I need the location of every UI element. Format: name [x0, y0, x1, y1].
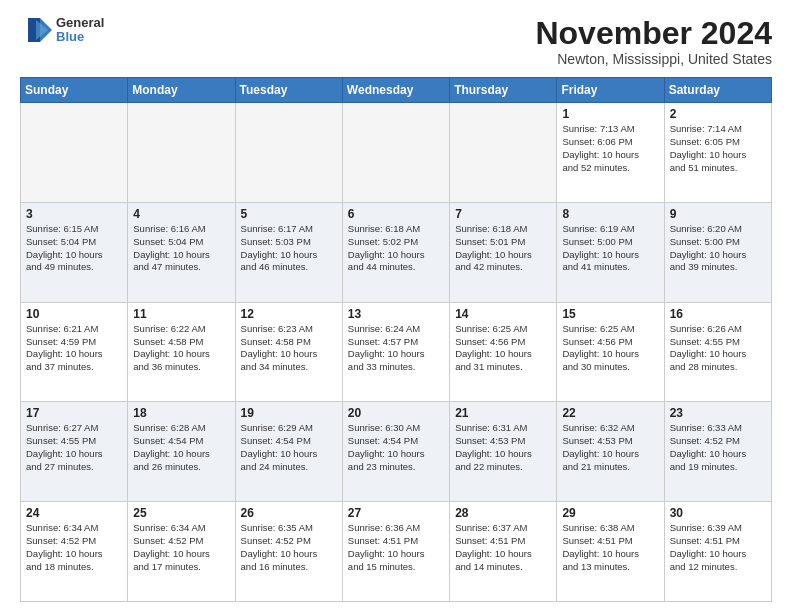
calendar-cell: 24Sunrise: 6:34 AM Sunset: 4:52 PM Dayli… [21, 502, 128, 602]
header: General Blue November 2024 Newton, Missi… [20, 16, 772, 67]
day-number: 8 [562, 207, 658, 221]
day-info: Sunrise: 6:38 AM Sunset: 4:51 PM Dayligh… [562, 522, 658, 573]
day-number: 13 [348, 307, 444, 321]
day-number: 14 [455, 307, 551, 321]
day-number: 15 [562, 307, 658, 321]
calendar-cell: 20Sunrise: 6:30 AM Sunset: 4:54 PM Dayli… [342, 402, 449, 502]
day-info: Sunrise: 6:29 AM Sunset: 4:54 PM Dayligh… [241, 422, 337, 473]
calendar-cell: 23Sunrise: 6:33 AM Sunset: 4:52 PM Dayli… [664, 402, 771, 502]
calendar-cell: 21Sunrise: 6:31 AM Sunset: 4:53 PM Dayli… [450, 402, 557, 502]
calendar-week-row: 10Sunrise: 6:21 AM Sunset: 4:59 PM Dayli… [21, 302, 772, 402]
day-info: Sunrise: 6:27 AM Sunset: 4:55 PM Dayligh… [26, 422, 122, 473]
calendar-cell: 12Sunrise: 6:23 AM Sunset: 4:58 PM Dayli… [235, 302, 342, 402]
calendar-cell: 26Sunrise: 6:35 AM Sunset: 4:52 PM Dayli… [235, 502, 342, 602]
day-number: 29 [562, 506, 658, 520]
day-number: 30 [670, 506, 766, 520]
day-header-saturday: Saturday [664, 78, 771, 103]
calendar-header-row: SundayMondayTuesdayWednesdayThursdayFrid… [21, 78, 772, 103]
day-info: Sunrise: 7:14 AM Sunset: 6:05 PM Dayligh… [670, 123, 766, 174]
calendar-cell: 3Sunrise: 6:15 AM Sunset: 5:04 PM Daylig… [21, 202, 128, 302]
calendar-cell: 4Sunrise: 6:16 AM Sunset: 5:04 PM Daylig… [128, 202, 235, 302]
day-info: Sunrise: 6:39 AM Sunset: 4:51 PM Dayligh… [670, 522, 766, 573]
day-number: 18 [133, 406, 229, 420]
day-number: 28 [455, 506, 551, 520]
day-info: Sunrise: 6:15 AM Sunset: 5:04 PM Dayligh… [26, 223, 122, 274]
calendar-cell-empty [450, 103, 557, 203]
calendar-cell: 25Sunrise: 6:34 AM Sunset: 4:52 PM Dayli… [128, 502, 235, 602]
calendar-cell: 7Sunrise: 6:18 AM Sunset: 5:01 PM Daylig… [450, 202, 557, 302]
calendar-cell: 1Sunrise: 7:13 AM Sunset: 6:06 PM Daylig… [557, 103, 664, 203]
calendar-week-row: 1Sunrise: 7:13 AM Sunset: 6:06 PM Daylig… [21, 103, 772, 203]
day-info: Sunrise: 6:23 AM Sunset: 4:58 PM Dayligh… [241, 323, 337, 374]
day-header-monday: Monday [128, 78, 235, 103]
day-info: Sunrise: 6:17 AM Sunset: 5:03 PM Dayligh… [241, 223, 337, 274]
day-number: 3 [26, 207, 122, 221]
calendar-cell: 11Sunrise: 6:22 AM Sunset: 4:58 PM Dayli… [128, 302, 235, 402]
calendar-cell: 10Sunrise: 6:21 AM Sunset: 4:59 PM Dayli… [21, 302, 128, 402]
calendar-week-row: 3Sunrise: 6:15 AM Sunset: 5:04 PM Daylig… [21, 202, 772, 302]
day-number: 16 [670, 307, 766, 321]
day-number: 21 [455, 406, 551, 420]
day-header-friday: Friday [557, 78, 664, 103]
calendar-cell: 18Sunrise: 6:28 AM Sunset: 4:54 PM Dayli… [128, 402, 235, 502]
day-header-sunday: Sunday [21, 78, 128, 103]
day-number: 5 [241, 207, 337, 221]
page: General Blue November 2024 Newton, Missi… [0, 0, 792, 612]
day-info: Sunrise: 6:21 AM Sunset: 4:59 PM Dayligh… [26, 323, 122, 374]
day-number: 22 [562, 406, 658, 420]
day-number: 24 [26, 506, 122, 520]
day-info: Sunrise: 6:18 AM Sunset: 5:01 PM Dayligh… [455, 223, 551, 274]
calendar-cell: 29Sunrise: 6:38 AM Sunset: 4:51 PM Dayli… [557, 502, 664, 602]
calendar-cell: 22Sunrise: 6:32 AM Sunset: 4:53 PM Dayli… [557, 402, 664, 502]
day-info: Sunrise: 6:19 AM Sunset: 5:00 PM Dayligh… [562, 223, 658, 274]
day-number: 27 [348, 506, 444, 520]
day-number: 17 [26, 406, 122, 420]
calendar-cell: 17Sunrise: 6:27 AM Sunset: 4:55 PM Dayli… [21, 402, 128, 502]
day-info: Sunrise: 7:13 AM Sunset: 6:06 PM Dayligh… [562, 123, 658, 174]
calendar-cell-empty [21, 103, 128, 203]
day-info: Sunrise: 6:35 AM Sunset: 4:52 PM Dayligh… [241, 522, 337, 573]
logo-text: General Blue [56, 16, 104, 45]
day-info: Sunrise: 6:25 AM Sunset: 4:56 PM Dayligh… [455, 323, 551, 374]
day-info: Sunrise: 6:34 AM Sunset: 4:52 PM Dayligh… [133, 522, 229, 573]
calendar-cell: 28Sunrise: 6:37 AM Sunset: 4:51 PM Dayli… [450, 502, 557, 602]
calendar-cell: 27Sunrise: 6:36 AM Sunset: 4:51 PM Dayli… [342, 502, 449, 602]
calendar-cell: 2Sunrise: 7:14 AM Sunset: 6:05 PM Daylig… [664, 103, 771, 203]
day-number: 11 [133, 307, 229, 321]
calendar-cell-empty [128, 103, 235, 203]
day-info: Sunrise: 6:22 AM Sunset: 4:58 PM Dayligh… [133, 323, 229, 374]
day-number: 20 [348, 406, 444, 420]
calendar-week-row: 17Sunrise: 6:27 AM Sunset: 4:55 PM Dayli… [21, 402, 772, 502]
day-info: Sunrise: 6:33 AM Sunset: 4:52 PM Dayligh… [670, 422, 766, 473]
calendar-cell: 16Sunrise: 6:26 AM Sunset: 4:55 PM Dayli… [664, 302, 771, 402]
day-info: Sunrise: 6:26 AM Sunset: 4:55 PM Dayligh… [670, 323, 766, 374]
day-number: 23 [670, 406, 766, 420]
day-number: 10 [26, 307, 122, 321]
day-info: Sunrise: 6:24 AM Sunset: 4:57 PM Dayligh… [348, 323, 444, 374]
logo-icon [20, 16, 52, 44]
day-header-thursday: Thursday [450, 78, 557, 103]
calendar-cell: 6Sunrise: 6:18 AM Sunset: 5:02 PM Daylig… [342, 202, 449, 302]
calendar-cell: 8Sunrise: 6:19 AM Sunset: 5:00 PM Daylig… [557, 202, 664, 302]
location: Newton, Mississippi, United States [535, 51, 772, 67]
calendar-cell: 19Sunrise: 6:29 AM Sunset: 4:54 PM Dayli… [235, 402, 342, 502]
calendar-cell: 13Sunrise: 6:24 AM Sunset: 4:57 PM Dayli… [342, 302, 449, 402]
calendar-cell: 14Sunrise: 6:25 AM Sunset: 4:56 PM Dayli… [450, 302, 557, 402]
calendar-cell-empty [235, 103, 342, 203]
day-number: 4 [133, 207, 229, 221]
day-info: Sunrise: 6:31 AM Sunset: 4:53 PM Dayligh… [455, 422, 551, 473]
calendar-cell: 5Sunrise: 6:17 AM Sunset: 5:03 PM Daylig… [235, 202, 342, 302]
day-number: 6 [348, 207, 444, 221]
day-info: Sunrise: 6:20 AM Sunset: 5:00 PM Dayligh… [670, 223, 766, 274]
day-info: Sunrise: 6:36 AM Sunset: 4:51 PM Dayligh… [348, 522, 444, 573]
day-number: 19 [241, 406, 337, 420]
title-block: November 2024 Newton, Mississippi, Unite… [535, 16, 772, 67]
day-info: Sunrise: 6:37 AM Sunset: 4:51 PM Dayligh… [455, 522, 551, 573]
logo: General Blue [20, 16, 104, 45]
calendar-week-row: 24Sunrise: 6:34 AM Sunset: 4:52 PM Dayli… [21, 502, 772, 602]
day-header-wednesday: Wednesday [342, 78, 449, 103]
month-title: November 2024 [535, 16, 772, 51]
day-number: 25 [133, 506, 229, 520]
day-info: Sunrise: 6:28 AM Sunset: 4:54 PM Dayligh… [133, 422, 229, 473]
logo-general: General [56, 16, 104, 30]
